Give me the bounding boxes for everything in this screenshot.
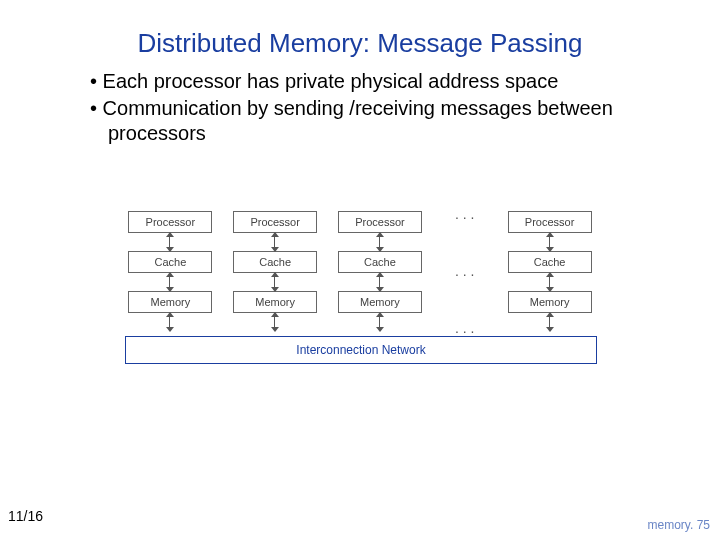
slide-date: 11/16 [8,508,43,524]
slide-title: Distributed Memory: Message Passing [0,28,720,59]
bidir-arrow-icon [269,273,281,291]
ellipsis-icon: . . . [455,263,474,279]
bullet-item: Communication by sending /receiving mess… [90,96,680,146]
memory-box: Memory [508,291,592,313]
memory-box: Memory [128,291,212,313]
bullet-list: Each processor has private physical addr… [50,69,680,146]
processor-box: Processor [508,211,592,233]
bidir-arrow-icon [374,233,386,251]
processor-box: Processor [128,211,212,233]
memory-box: Memory [338,291,422,313]
node-stack: Processor Cache Memory [504,211,595,331]
node-stack: Processor Cache Memory [335,211,426,331]
bidir-arrow-icon [164,313,176,331]
node-stack: Processor Cache Memory [230,211,321,331]
architecture-diagram: Processor Cache Memory Processor Cache M… [125,206,595,364]
bidir-arrow-icon [544,233,556,251]
bullet-item: Each processor has private physical addr… [90,69,680,94]
ellipsis-icon: . . . [455,320,474,336]
bidir-arrow-icon [164,273,176,291]
ellipsis-icon: . . . [455,206,474,222]
bidir-arrow-icon [164,233,176,251]
memory-box: Memory [233,291,317,313]
ellipsis-column: . . . . . . . . . [425,206,504,336]
bidir-arrow-icon [374,273,386,291]
cache-box: Cache [508,251,592,273]
bidir-arrow-icon [374,313,386,331]
cache-box: Cache [233,251,317,273]
cache-box: Cache [338,251,422,273]
interconnection-network-box: Interconnection Network [125,336,597,364]
bidir-arrow-icon [544,313,556,331]
processor-box: Processor [338,211,422,233]
bidir-arrow-icon [269,313,281,331]
node-stack: Processor Cache Memory [125,211,216,331]
slide-number: memory. 75 [648,518,710,532]
cache-box: Cache [128,251,212,273]
bidir-arrow-icon [269,233,281,251]
bidir-arrow-icon [544,273,556,291]
processor-box: Processor [233,211,317,233]
